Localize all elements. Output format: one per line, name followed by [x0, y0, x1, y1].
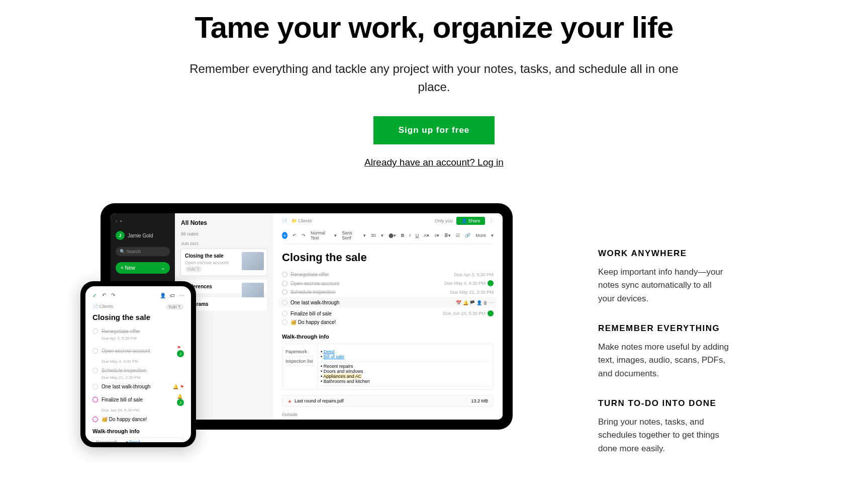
- note-title: Closing the sale: [282, 251, 494, 264]
- undo-icon: ↶: [102, 292, 106, 299]
- task-row: Schedule inspection: [92, 367, 184, 374]
- person-icon: 👤: [160, 293, 166, 298]
- tag-icon: 🏷: [170, 293, 175, 298]
- user-name: Jamie Gold: [128, 233, 153, 238]
- share-button: 👤 Share: [456, 217, 486, 225]
- section-heading: Walk-through info: [92, 428, 184, 434]
- hero: Tame your work, organize your life Remem…: [0, 0, 868, 188]
- feature-title: REMEMBER EVERYTHING: [598, 323, 729, 334]
- login-link[interactable]: Already have an account? Log in: [0, 157, 868, 168]
- numlist-icon: ≣▾: [444, 233, 451, 238]
- redo-icon: ↷: [111, 292, 115, 299]
- phone-toolbar: ✓↶↷ 👤🏷⋯: [92, 292, 184, 299]
- redo-icon: ↷: [302, 233, 306, 238]
- task-row: One last walk-through🔔 ⚑: [92, 383, 184, 390]
- signup-button[interactable]: Sign up for free: [373, 116, 495, 144]
- hero-subtitle: Remember everything and tackle any proje…: [188, 60, 681, 96]
- task-row: Open escrow account⚑ J: [92, 344, 184, 358]
- file-attachment: ▲ Last round of repairs.pdf 13.2 MB: [282, 395, 494, 407]
- search-input: 🔍 Search: [116, 247, 170, 256]
- task-row: Open escrow accountDue May 4, 4:30 PM: [282, 279, 494, 288]
- insert-icon: +: [282, 232, 287, 239]
- feature-body: Bring your notes, tasks, and schedules t…: [598, 416, 729, 455]
- list-icon: ≡▾: [434, 233, 439, 238]
- feature-block: WORK ANYWHERE Keep important info handy—…: [598, 249, 729, 305]
- feature-body: Make notes more useful by adding text, i…: [598, 341, 729, 380]
- undo-icon: ↶: [293, 233, 297, 238]
- check-icon: ✓: [92, 292, 97, 299]
- section-heading: Walk-through info: [282, 334, 494, 340]
- editor-toolbar: + ↶ ↷ Normal Text▾ Sans Serif▾ 30▾ ⬤▾ B …: [282, 227, 494, 244]
- feature-block: REMEMBER EVERYTHING Make notes more usef…: [598, 323, 729, 380]
- task-row: Finalize bill of sale🔔 J: [92, 392, 184, 407]
- new-button: + New⌄: [116, 262, 170, 274]
- avatar: J: [116, 231, 125, 240]
- user-row: J Jamie Gold: [116, 231, 170, 240]
- note-title: Closing the sale: [92, 313, 184, 321]
- hero-title: Tame your work, organize your life: [0, 10, 868, 45]
- color-icon: ⬤▾: [389, 233, 396, 238]
- task-row: Renegotiate offer: [92, 328, 184, 335]
- device-mockups: ‹ • J Jamie Gold 🔍 Search + New⌄ All Not…: [85, 203, 548, 430]
- task-row: Renegotiate offerDue Apr 3, 5:30 PM: [282, 270, 494, 279]
- bold-icon: B: [401, 233, 405, 238]
- task-row: One last walk-through📅 🔔 🏴 👤 🗑 ⋯: [279, 297, 497, 308]
- note-editor: 📄 📁 Clients Only you 👤 Share ⋮ + ↶ ↷ Nor…: [273, 213, 503, 420]
- task-row: Finalize bill of saleDue Jun 24, 5:30 PM: [282, 309, 494, 318]
- list-title: All Notes: [181, 219, 267, 226]
- task-row: Schedule inspectionDue May 21, 2:30 PM: [282, 288, 494, 296]
- note-thumb: [242, 252, 264, 270]
- phone-frame: ✓↶↷ 👤🏷⋯ 📄 Clients Yuki T. Closing the sa…: [80, 281, 196, 447]
- feature-block: TURN TO-DO INTO DONE Bring your notes, t…: [598, 398, 729, 455]
- more-icon: ⋯: [179, 293, 184, 298]
- italic-icon: I: [409, 233, 411, 238]
- table-row: Paperwork • Deed: [92, 437, 184, 442]
- info-table: PaperworkInspection list• Deed• Bill of …: [282, 344, 494, 390]
- feature-body: Keep important info handy—your notes syn…: [598, 266, 729, 305]
- chevron-down-icon: ⌄: [161, 265, 165, 271]
- feature-title: WORK ANYWHERE: [598, 249, 729, 259]
- breadcrumb: 📄 Clients Yuki T.: [92, 304, 184, 309]
- content-row: ‹ • J Jamie Gold 🔍 Search + New⌄ All Not…: [0, 188, 868, 473]
- feature-title: TURN TO-DO INTO DONE: [598, 398, 729, 409]
- phone-screen: ✓↶↷ 👤🏷⋯ 📄 Clients Yuki T. Closing the sa…: [85, 286, 191, 442]
- task-row: 🥳 Do happy dance!: [92, 416, 184, 423]
- list-month: JUN 2021: [181, 241, 267, 246]
- link-icon: 🔗: [465, 233, 470, 238]
- highlight-icon: A▾: [424, 233, 429, 238]
- list-count: 86 notes: [181, 231, 267, 236]
- back-icon: ‹ •: [116, 218, 170, 224]
- checklist-icon: ☑: [456, 233, 460, 238]
- task-row: 🥳 Do happy dance!: [282, 318, 494, 326]
- note-card: Closing the sale Open escrow account Yuk…: [181, 249, 267, 276]
- underline-icon: U: [416, 233, 419, 238]
- features-column: WORK ANYWHERE Keep important info handy—…: [598, 203, 818, 473]
